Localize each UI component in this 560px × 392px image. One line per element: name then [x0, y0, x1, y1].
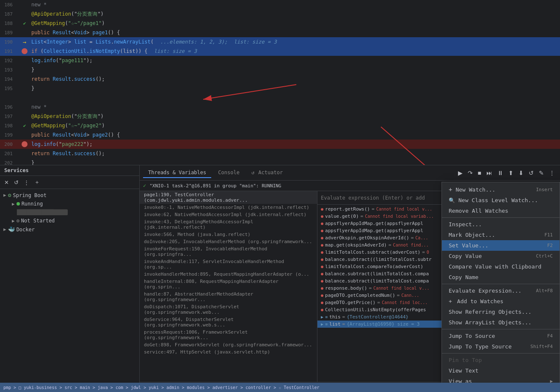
code-line: 201 return Result.success();	[0, 149, 560, 158]
stack-frame[interactable]: processRequest:1006, FrameworkServlet (o…	[140, 329, 317, 341]
tab-threads-variables[interactable]: Threads & Variables	[143, 168, 211, 178]
stack-frame[interactable]: doDispatch:1071, DispatcherServlet (org.…	[140, 303, 317, 316]
stack-frame-active[interactable]: page1:190, TestController (com.jdwl.yuki…	[140, 191, 317, 204]
code-line: 187 @ApiOperation("分页查询")	[0, 9, 560, 19]
not-started-item[interactable]: ▶ ⚙ Not Started	[0, 217, 139, 225]
debug-tabs: Threads & Variables Console ↺ Actuator ▶…	[140, 165, 560, 181]
stack-frame[interactable]: invokeHandlerMethod:895, RequestMappingH…	[140, 271, 317, 278]
menu-sep-2	[442, 284, 560, 284]
stack-frame[interactable]: doInvoke:205, InvocableHandlerMethod (or…	[140, 238, 317, 245]
services-header: Services	[0, 165, 139, 176]
stack-frame[interactable]: invoke:43, DelegatingMethodAccessorImpl …	[140, 218, 317, 231]
menu-sep-1	[442, 217, 560, 218]
code-line: 194 return Result.success();	[0, 74, 560, 84]
running-item[interactable]: ▶ Running	[0, 200, 139, 208]
import-btn[interactable]: ⬇	[517, 169, 525, 177]
menu-sep-4	[442, 353, 560, 354]
code-line-error: 200 log.info("page222");	[0, 140, 560, 149]
status-path: pmp > □ yuki-business > src > main > jav…	[3, 385, 320, 390]
running-label: Running	[22, 201, 43, 207]
code-line: 192 log.info("page111");	[0, 56, 560, 65]
menu-pin-top: Pin to Top	[442, 355, 560, 365]
code-line: 199 public Result<Void> page2() {	[0, 130, 560, 140]
services-list: ▶ ⚙ Spring Boot ▶ Running ████████████	[0, 189, 139, 392]
code-line: 189 public Result<Void> page1() {	[0, 28, 560, 37]
stack-frame[interactable]: invokeForRequest:150, InvocableHandlerMe…	[140, 245, 317, 258]
code-line: 197 @ApiOperation("分页查询")	[0, 112, 560, 121]
stack-frame[interactable]: invokeAndHandle:117, ServletInvocableHan…	[140, 258, 317, 271]
sidebar-close-btn[interactable]: ✕	[3, 178, 11, 186]
menu-remove-watches[interactable]: Remove All Watches	[442, 206, 560, 216]
spring-boot-label: Spring Boot	[13, 192, 46, 198]
run-to-cursor-btn[interactable]: ⏭	[485, 169, 494, 177]
code-line: 198 ✔ @GetMapping("☆~"/page2")	[0, 121, 560, 130]
menu-new-watch[interactable]: + New Watch... Insert	[442, 184, 560, 195]
menu-show-arraylist[interactable]: Show ArrayList Objects...	[442, 317, 560, 328]
stack-frame[interactable]: handleInternal:808, RequestMappingHandle…	[140, 278, 317, 291]
menu-compare-clipboard[interactable]: Compare Value with Clipboard	[442, 261, 560, 272]
running-dot	[17, 202, 20, 206]
services-sidebar: Services ✕ ↺ ⋮ ＋ ▶ ⚙ Spring Boot ▶	[0, 165, 140, 392]
stack-frame[interactable]: invoke:62, NativeMethodAccessorImpl (jdk…	[140, 211, 317, 218]
code-line: 196 new *	[0, 102, 560, 112]
code-line: 193 }	[0, 65, 560, 74]
export-btn[interactable]: ⬆	[507, 169, 515, 177]
menu-inspect[interactable]: Inspect...	[442, 219, 560, 230]
debug-toolbar-icons: ▶ ↷ ■ ⏭ ⏸ ⬆ ⬇ ↺ ✎ ⋮	[456, 169, 557, 177]
stack-frame[interactable]: service:497, HttpServlet (javax.servlet.…	[140, 348, 317, 356]
stack-frames-panel: page1:190, TestController (com.jdwl.yuki…	[140, 191, 317, 382]
menu-copy-value[interactable]: Copy Value Ctrl+C	[442, 251, 560, 261]
not-started-label: Not Started	[21, 218, 55, 224]
menu-show-referring[interactable]: Show Referring Objects...	[442, 307, 560, 317]
code-line: 202 }	[0, 158, 560, 165]
restore-btn[interactable]: ↺	[527, 169, 535, 177]
sidebar-toolbar: ✕ ↺ ⋮ ＋	[0, 176, 139, 189]
stack-frame[interactable]: doGet:898, FrameworkServlet (org.springf…	[140, 341, 317, 348]
code-line	[0, 93, 560, 102]
menu-sep-3	[442, 329, 560, 329]
pause-btn[interactable]: ⏸	[496, 169, 505, 177]
docker-label: Docker	[17, 227, 35, 233]
sidebar-filter-btn[interactable]: ⋮	[22, 178, 31, 186]
code-line: 186 new *	[0, 0, 560, 9]
status-bar: pmp > □ yuki-business > src > main > jav…	[0, 383, 560, 392]
plus-icon: +	[449, 186, 452, 193]
tab-actuator[interactable]: ↺ Actuator	[246, 168, 288, 178]
resume-btn[interactable]: ▶	[456, 169, 464, 177]
stack-frame[interactable]: doService:964, DispatcherServlet (org.sp…	[140, 316, 317, 329]
menu-jump-source[interactable]: Jump To Source F4	[442, 331, 560, 341]
docker-item[interactable]: ▶ 🐳 Docker	[0, 225, 139, 234]
class-watch-icon: 🔍	[449, 197, 455, 203]
menu-copy-name[interactable]: Copy Name	[442, 272, 560, 282]
context-menu: + New Watch... Insert 🔍 New Class Level …	[441, 182, 560, 392]
stack-frame[interactable]: invoke:566, Method (java.lang.reflect)	[140, 231, 317, 238]
tab-console[interactable]: Console	[213, 168, 245, 178]
menu-mark-object[interactable]: Mark Object... F11	[442, 230, 560, 240]
services-title: Services	[4, 167, 29, 173]
sidebar-add-btn[interactable]: ＋	[33, 178, 41, 187]
stack-frame[interactable]: invoke0:-1, NativeMethodAccessorImpl (jd…	[140, 204, 317, 211]
code-line: 195 }	[0, 84, 560, 93]
sidebar-refresh-btn[interactable]: ↺	[12, 178, 20, 186]
edit-btn[interactable]: ✎	[537, 169, 546, 177]
code-editor: 186 new * 187 @ApiOperation("分页查询") 188 …	[0, 0, 560, 165]
code-line: 188 ✔ @GetMapping("☆~"/page1")	[0, 19, 560, 28]
menu-add-watches[interactable]: + Add to Watches	[442, 296, 560, 307]
menu-view-text[interactable]: View Text	[442, 365, 560, 376]
menu-new-class-watch[interactable]: 🔍 New Class Level Watch...	[442, 195, 560, 206]
code-line-breakpoint: 191 if (CollectionUtil.isNotEmpty(list))…	[0, 47, 560, 56]
code-line-active: 190 → List<Integer> list = Lists.newArra…	[0, 37, 560, 47]
stack-frame[interactable]: handle:87, AbstractHandlerMethodAdapter …	[140, 291, 317, 303]
thread-info-text: "XNIO-1 task-2"@16,891 in group "main": …	[149, 183, 281, 189]
menu-set-value[interactable]: Set Value... F2	[442, 240, 560, 251]
menu-evaluate-expression[interactable]: Evaluate Expression... Alt+F8	[442, 285, 560, 296]
more-btn[interactable]: ⋮	[547, 169, 557, 177]
menu-jump-type-source[interactable]: Jump To Type Source Shift+F4	[442, 341, 560, 352]
service-instance-1[interactable]: ████████████	[0, 208, 139, 217]
stop-btn[interactable]: ■	[476, 169, 483, 177]
spring-boot-item[interactable]: ▶ ⚙ Spring Boot	[0, 191, 139, 200]
step-over-btn[interactable]: ↷	[466, 169, 474, 177]
